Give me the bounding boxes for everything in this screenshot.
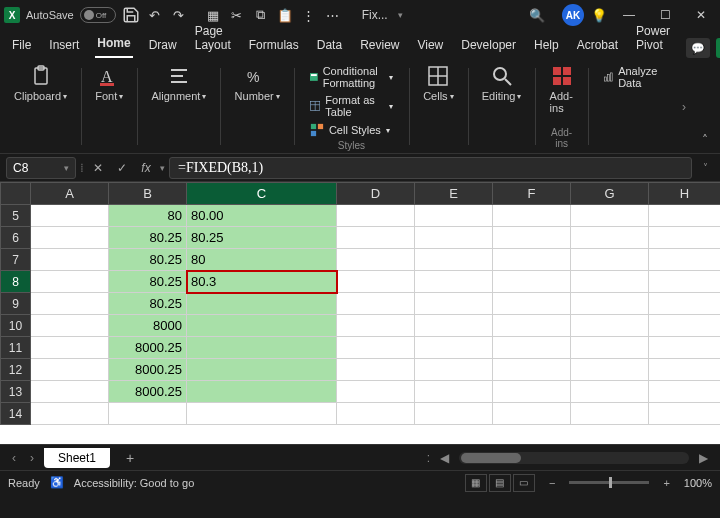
name-box[interactable]: C8▾ bbox=[6, 157, 76, 179]
cell-a14[interactable] bbox=[31, 403, 109, 425]
cell-b10[interactable]: 8000 bbox=[109, 315, 187, 337]
cell-e11[interactable] bbox=[415, 337, 493, 359]
undo-icon[interactable]: ↶ bbox=[146, 6, 164, 24]
tab-page-layout[interactable]: Page Layout bbox=[193, 20, 233, 58]
tab-home[interactable]: Home bbox=[95, 32, 132, 58]
cell-d10[interactable] bbox=[337, 315, 415, 337]
sheet-tab-1[interactable]: Sheet1 bbox=[44, 448, 110, 468]
tab-developer[interactable]: Developer bbox=[459, 34, 518, 58]
cell-h9[interactable] bbox=[649, 293, 721, 315]
tab-insert[interactable]: Insert bbox=[47, 34, 81, 58]
col-header-e[interactable]: E bbox=[415, 183, 493, 205]
cell-e5[interactable] bbox=[415, 205, 493, 227]
number-button[interactable]: % Number ▾ bbox=[235, 64, 280, 102]
overflow-icon[interactable]: ⋯ bbox=[324, 6, 342, 24]
cell-f7[interactable] bbox=[493, 249, 571, 271]
col-header-c[interactable]: C bbox=[187, 183, 337, 205]
cell-d11[interactable] bbox=[337, 337, 415, 359]
cell-c7[interactable]: 80 bbox=[187, 249, 337, 271]
zoom-in-button[interactable]: + bbox=[659, 477, 673, 489]
sheet-next-button[interactable]: › bbox=[26, 449, 38, 467]
cancel-formula-button[interactable]: ✕ bbox=[88, 158, 108, 178]
cell-d7[interactable] bbox=[337, 249, 415, 271]
col-header-g[interactable]: G bbox=[571, 183, 649, 205]
document-name[interactable]: Fix... bbox=[358, 8, 392, 22]
cell-c14[interactable] bbox=[187, 403, 337, 425]
row-header-13[interactable]: 13 bbox=[1, 381, 31, 403]
cell-c5[interactable]: 80.00 bbox=[187, 205, 337, 227]
ribbon-scroll-right[interactable]: › bbox=[678, 88, 690, 126]
cell-a7[interactable] bbox=[31, 249, 109, 271]
cell-d13[interactable] bbox=[337, 381, 415, 403]
cell-e9[interactable] bbox=[415, 293, 493, 315]
cell-g5[interactable] bbox=[571, 205, 649, 227]
cell-a6[interactable] bbox=[31, 227, 109, 249]
cell-b6[interactable]: 80.25 bbox=[109, 227, 187, 249]
cell-f5[interactable] bbox=[493, 205, 571, 227]
cell-f9[interactable] bbox=[493, 293, 571, 315]
col-header-a[interactable]: A bbox=[31, 183, 109, 205]
cell-b8[interactable]: 80.25 bbox=[109, 271, 187, 293]
col-header-d[interactable]: D bbox=[337, 183, 415, 205]
search-icon[interactable]: 🔍 bbox=[528, 6, 546, 24]
row-header-12[interactable]: 12 bbox=[1, 359, 31, 381]
tab-file[interactable]: File bbox=[10, 34, 33, 58]
cell-g13[interactable] bbox=[571, 381, 649, 403]
hscroll-left[interactable]: ◀ bbox=[436, 449, 453, 467]
cell-a5[interactable] bbox=[31, 205, 109, 227]
cell-c9[interactable] bbox=[187, 293, 337, 315]
cell-h12[interactable] bbox=[649, 359, 721, 381]
cell-h6[interactable] bbox=[649, 227, 721, 249]
tab-power-pivot[interactable]: Power Pivot bbox=[634, 20, 672, 58]
sheet-prev-button[interactable]: ‹ bbox=[8, 449, 20, 467]
cell-g12[interactable] bbox=[571, 359, 649, 381]
cell-g9[interactable] bbox=[571, 293, 649, 315]
tab-review[interactable]: Review bbox=[358, 34, 401, 58]
lightbulb-icon[interactable]: 💡 bbox=[590, 6, 608, 24]
cell-g10[interactable] bbox=[571, 315, 649, 337]
conditional-formatting-button[interactable]: Conditional Formatting ▾ bbox=[308, 64, 395, 90]
autosave-toggle[interactable]: Off bbox=[80, 7, 116, 23]
cell-e6[interactable] bbox=[415, 227, 493, 249]
cell-a10[interactable] bbox=[31, 315, 109, 337]
zoom-level[interactable]: 100% bbox=[684, 477, 712, 489]
cell-d6[interactable] bbox=[337, 227, 415, 249]
cell-e7[interactable] bbox=[415, 249, 493, 271]
tab-acrobat[interactable]: Acrobat bbox=[575, 34, 620, 58]
row-header-11[interactable]: 11 bbox=[1, 337, 31, 359]
cell-c11[interactable] bbox=[187, 337, 337, 359]
cell-c13[interactable] bbox=[187, 381, 337, 403]
cell-f8[interactable] bbox=[493, 271, 571, 293]
page-break-view-button[interactable]: ▭ bbox=[513, 474, 535, 492]
row-header-7[interactable]: 7 bbox=[1, 249, 31, 271]
confirm-formula-button[interactable]: ✓ bbox=[112, 158, 132, 178]
cell-d5[interactable] bbox=[337, 205, 415, 227]
cell-a11[interactable] bbox=[31, 337, 109, 359]
spreadsheet-grid[interactable]: A B C D E F G H 58080.00680.2580.25780.2… bbox=[0, 182, 720, 444]
ribbon-collapse-button[interactable]: ˄ bbox=[698, 62, 712, 151]
cell-c12[interactable] bbox=[187, 359, 337, 381]
col-header-f[interactable]: F bbox=[493, 183, 571, 205]
cell-e13[interactable] bbox=[415, 381, 493, 403]
analyze-data-button[interactable]: Analyze Data bbox=[602, 64, 664, 90]
font-button[interactable]: A Font ▾ bbox=[95, 64, 123, 102]
cell-d14[interactable] bbox=[337, 403, 415, 425]
row-header-5[interactable]: 5 bbox=[1, 205, 31, 227]
cell-b13[interactable]: 8000.25 bbox=[109, 381, 187, 403]
fx-button[interactable]: fx bbox=[136, 158, 156, 178]
add-sheet-button[interactable]: + bbox=[116, 450, 144, 466]
addins-button[interactable]: Add-ins bbox=[550, 64, 574, 114]
format-as-table-button[interactable]: Format as Table ▾ bbox=[308, 93, 395, 119]
row-header-10[interactable]: 10 bbox=[1, 315, 31, 337]
user-avatar[interactable]: AK bbox=[562, 4, 584, 26]
formula-input[interactable] bbox=[169, 157, 692, 179]
accessibility-status[interactable]: Accessibility: Good to go bbox=[74, 477, 194, 489]
cell-d12[interactable] bbox=[337, 359, 415, 381]
expand-formula-bar[interactable]: ˅ bbox=[696, 162, 714, 173]
cell-a13[interactable] bbox=[31, 381, 109, 403]
cell-d9[interactable] bbox=[337, 293, 415, 315]
alignment-button[interactable]: Alignment ▾ bbox=[151, 64, 206, 102]
tab-help[interactable]: Help bbox=[532, 34, 561, 58]
col-header-h[interactable]: H bbox=[649, 183, 721, 205]
cell-g6[interactable] bbox=[571, 227, 649, 249]
